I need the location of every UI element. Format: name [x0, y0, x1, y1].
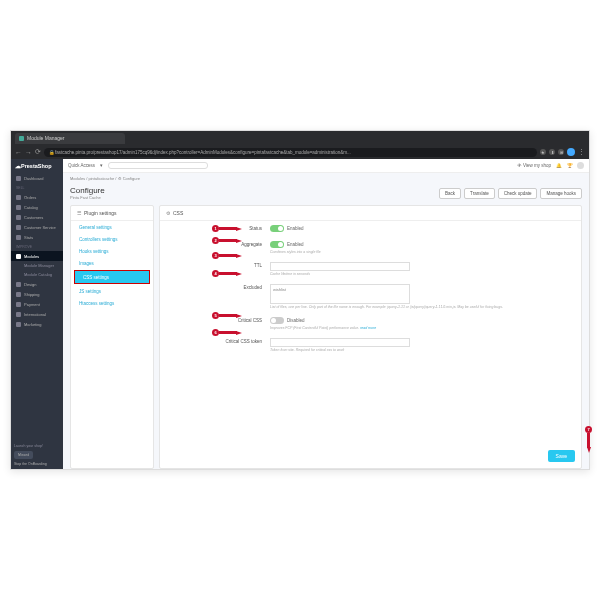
- view-shop-link[interactable]: 👁 View my shop: [517, 163, 551, 168]
- top-bar: Quick Access▾ 👁 View my shop 🔔 🏆: [63, 159, 589, 173]
- logo: ☁ PrestaShop: [11, 159, 63, 173]
- excluded-textarea[interactable]: wishlist: [270, 284, 410, 304]
- menu-general[interactable]: General settings: [71, 221, 153, 233]
- browser-tab-bar: Module Manager: [11, 131, 589, 145]
- customers-icon: [16, 215, 21, 220]
- annotation-1: 1: [212, 225, 242, 232]
- sidebar-footer: Launch your shop! Missed Stop the OnBoar…: [11, 441, 63, 469]
- annotation-7: 7: [585, 426, 592, 453]
- annotation-6: 6: [212, 329, 242, 336]
- save-button[interactable]: Save: [548, 450, 575, 462]
- intl-icon: [16, 312, 21, 317]
- admin-sidebar: ☁ PrestaShop Dashboard SELL Orders Catal…: [11, 159, 63, 469]
- sidebar-item-orders[interactable]: Orders: [11, 192, 63, 202]
- trophy-icon[interactable]: 🏆: [566, 162, 573, 169]
- back-button[interactable]: Back: [439, 188, 461, 199]
- excluded-label: Excluded: [170, 284, 270, 290]
- quick-access[interactable]: Quick Access: [68, 163, 95, 168]
- address-input[interactable]: 🔒 fastcache.pinta.pro/prestashop17/admin…: [44, 148, 537, 157]
- back-icon[interactable]: ←: [15, 149, 22, 156]
- aggregate-toggle[interactable]: [270, 241, 284, 248]
- shipping-icon: [16, 292, 21, 297]
- design-icon: [16, 282, 21, 287]
- settings-menu-panel: ☰Plugin settings General settings Contro…: [70, 205, 154, 469]
- menu-css[interactable]: CSS settings: [74, 270, 150, 284]
- annotation-2: 2: [212, 237, 242, 244]
- menu-icon[interactable]: ⋮: [578, 148, 585, 156]
- missed-button[interactable]: Missed: [14, 451, 33, 459]
- tab-favicon: [19, 136, 24, 141]
- user-avatar[interactable]: [577, 162, 584, 169]
- page-subtitle: Pinta Fast Cache: [70, 195, 105, 200]
- menu-js[interactable]: JS settings: [71, 285, 153, 297]
- bell-icon[interactable]: 🔔: [555, 162, 562, 169]
- token-input[interactable]: [270, 338, 410, 347]
- browser-tab[interactable]: Module Manager: [15, 133, 125, 144]
- css-settings-panel: ⚙CSS Status Enabled Aggregate EnabledCom…: [159, 205, 582, 469]
- dashboard-icon: [16, 176, 21, 181]
- sidebar-item-payment[interactable]: Payment: [11, 299, 63, 309]
- sidebar-item-design[interactable]: Design: [11, 279, 63, 289]
- check-update-button[interactable]: Check update: [498, 188, 538, 199]
- marketing-icon: [16, 322, 21, 327]
- breadcrumb: Modules / pintafastcache / ⚙ Configure: [63, 173, 589, 184]
- sidebar-item-international[interactable]: International: [11, 309, 63, 319]
- page-title: Configure: [70, 186, 105, 195]
- stats-icon: [16, 235, 21, 240]
- token-label: Critical CSS token: [170, 338, 270, 344]
- list-icon: ☰: [77, 210, 81, 216]
- ttl-label: TTL: [170, 262, 270, 268]
- reload-icon[interactable]: ⟳: [35, 148, 41, 156]
- sidebar-item-catalog[interactable]: Catalog: [11, 202, 63, 212]
- service-icon: [16, 225, 21, 230]
- menu-hooks[interactable]: Hooks settings: [71, 245, 153, 257]
- sidebar-item-customer-service[interactable]: Customer Service: [11, 222, 63, 232]
- panel-title: Plugin settings: [84, 210, 117, 216]
- sidebar-item-dashboard[interactable]: Dashboard: [11, 173, 63, 183]
- gear-icon: ⚙: [166, 210, 170, 216]
- ttl-input[interactable]: [270, 262, 410, 271]
- orders-icon: [16, 195, 21, 200]
- extension-icon[interactable]: ⬇: [549, 149, 555, 155]
- menu-controllers[interactable]: Controllers settings: [71, 233, 153, 245]
- payment-icon: [16, 302, 21, 307]
- catalog-icon: [16, 205, 21, 210]
- annotation-5: 5: [212, 312, 242, 319]
- annotation-3: 3: [212, 252, 242, 259]
- tab-title: Module Manager: [27, 135, 65, 141]
- panel-title: CSS: [173, 210, 183, 216]
- menu-htaccess[interactable]: Htaccess settings: [71, 297, 153, 309]
- sidebar-item-marketing[interactable]: Marketing: [11, 319, 63, 329]
- modules-icon: [16, 254, 21, 259]
- sidebar-item-modules[interactable]: Modules: [11, 251, 63, 261]
- sidebar-subitem[interactable]: Module Catalog: [11, 270, 63, 279]
- extension-icon[interactable]: ⊞: [558, 149, 564, 155]
- sidebar-item-shipping[interactable]: Shipping: [11, 289, 63, 299]
- manage-hooks-button[interactable]: Manage hooks: [540, 188, 582, 199]
- browser-address-bar: ← → ⟳ 🔒 fastcache.pinta.pro/prestashop17…: [11, 145, 589, 159]
- search-input[interactable]: [108, 162, 208, 169]
- sidebar-item-customers[interactable]: Customers: [11, 212, 63, 222]
- translate-button[interactable]: Translate: [464, 188, 495, 199]
- menu-images[interactable]: Images: [71, 257, 153, 269]
- forward-icon[interactable]: →: [25, 149, 32, 156]
- status-toggle[interactable]: [270, 225, 284, 232]
- critical-toggle[interactable]: [270, 317, 284, 324]
- extension-icon[interactable]: ★: [540, 149, 546, 155]
- sidebar-item-stats[interactable]: Stats: [11, 232, 63, 242]
- sidebar-section: SELL: [11, 183, 63, 192]
- profile-avatar[interactable]: [567, 148, 575, 156]
- annotation-4: 4: [212, 270, 242, 277]
- sidebar-section: IMPROVE: [11, 242, 63, 251]
- sidebar-subitem[interactable]: Module Manager: [11, 261, 63, 270]
